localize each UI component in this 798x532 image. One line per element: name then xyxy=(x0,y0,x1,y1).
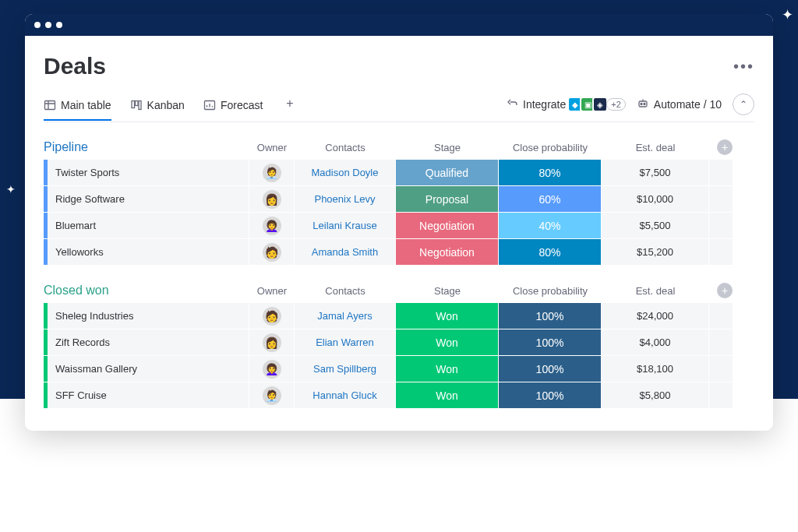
group-header: PipelineOwnerContactsStageClose probabil… xyxy=(44,139,754,155)
svg-point-12 xyxy=(644,103,645,104)
cell-probability[interactable]: 60% xyxy=(499,186,602,212)
cell-est-deal[interactable]: $18,100 xyxy=(602,356,709,382)
avatar: 🧑‍💼 xyxy=(263,164,281,182)
cell-stage[interactable]: Negotiation xyxy=(396,239,499,265)
cell-stage[interactable]: Won xyxy=(396,329,499,355)
column-header-deal[interactable]: Est. deal xyxy=(602,285,709,297)
automate-label: Automate / 10 xyxy=(654,98,722,111)
cell-probability[interactable]: 80% xyxy=(499,160,602,185)
cell-contact[interactable]: Hannah Gluck xyxy=(295,382,396,408)
cell-name[interactable]: Ridge Software xyxy=(44,186,249,212)
table-row[interactable]: SFF Cruise🧑‍💼Hannah GluckWon100%$5,800 xyxy=(44,382,754,409)
table-row[interactable]: Zift Records👩Elian WarrenWon100%$4,000 xyxy=(44,329,754,356)
tab-label: Forecast xyxy=(221,99,263,111)
cell-contact[interactable]: Sam Spillberg xyxy=(295,356,396,382)
cell-owner[interactable]: 🧑 xyxy=(249,303,295,329)
chart-icon xyxy=(203,99,216,111)
cell-end xyxy=(709,213,733,238)
avatar: 👩 xyxy=(263,190,281,209)
cell-contact[interactable]: Leilani Krause xyxy=(295,213,396,238)
cell-probability[interactable]: 100% xyxy=(499,356,602,382)
cell-owner[interactable]: 🧑‍💼 xyxy=(249,160,295,185)
cell-stage[interactable]: Won xyxy=(396,356,499,382)
chevron-up-icon: ⌃ xyxy=(740,99,747,110)
cell-name[interactable]: Bluemart xyxy=(44,213,249,238)
cell-stage[interactable]: Proposal xyxy=(396,186,499,212)
tab-forecast[interactable]: Forecast xyxy=(203,96,263,119)
tab-kanban[interactable]: Kanban xyxy=(130,96,185,119)
cell-probability[interactable]: 80% xyxy=(499,239,602,265)
more-menu-button[interactable]: ••• xyxy=(733,58,754,76)
toolbar: Main table Kanban Forecast + xyxy=(44,93,754,122)
cell-stage[interactable]: Negotiation xyxy=(396,213,499,238)
table-row[interactable]: Waissman Gallery👩‍🦱Sam SpillbergWon100%$… xyxy=(44,356,754,382)
cell-est-deal[interactable]: $24,000 xyxy=(602,303,709,329)
cell-name[interactable]: Zift Records xyxy=(44,329,249,355)
automate-button[interactable]: Automate / 10 xyxy=(637,97,722,112)
cell-est-deal[interactable]: $5,800 xyxy=(602,382,709,408)
column-header-stage[interactable]: Stage xyxy=(396,285,499,297)
column-header-probability[interactable]: Close probability xyxy=(499,285,602,297)
add-column-button[interactable]: + xyxy=(717,139,733,155)
cell-end xyxy=(709,239,733,265)
column-header-stage[interactable]: Stage xyxy=(396,142,499,153)
view-tabs: Main table Kanban Forecast + xyxy=(44,96,298,120)
group-header: Closed wonOwnerContactsStageClose probab… xyxy=(44,283,754,298)
cell-end xyxy=(709,356,733,382)
cell-end xyxy=(709,160,733,185)
cell-contact[interactable]: Elian Warren xyxy=(295,329,396,355)
cell-probability[interactable]: 100% xyxy=(499,329,602,355)
cell-name[interactable]: SFF Cruise xyxy=(44,382,249,408)
kanban-icon xyxy=(130,99,143,111)
table-row[interactable]: Sheleg Industries🧑Jamal AyersWon100%$24,… xyxy=(44,303,754,329)
tab-label: Kanban xyxy=(147,99,185,111)
cell-owner[interactable]: 👩 xyxy=(249,186,295,212)
group-title[interactable]: Pipeline xyxy=(44,140,249,154)
cell-est-deal[interactable]: $4,000 xyxy=(602,329,709,355)
table-row[interactable]: Yelloworks🧑Amanda SmithNegotiation80%$15… xyxy=(44,239,754,266)
cell-owner[interactable]: 🧑‍💼 xyxy=(249,382,295,408)
group: Closed wonOwnerContactsStageClose probab… xyxy=(44,283,754,409)
group-title[interactable]: Closed won xyxy=(44,284,249,298)
table-row[interactable]: Ridge Software👩Phoenix LevyProposal60%$1… xyxy=(44,186,754,213)
cell-est-deal[interactable]: $10,000 xyxy=(602,186,709,212)
add-column-button[interactable]: + xyxy=(717,283,733,298)
cell-stage[interactable]: Won xyxy=(396,382,499,408)
cell-contact[interactable]: Phoenix Levy xyxy=(295,186,396,212)
cell-contact[interactable]: Amanda Smith xyxy=(295,239,396,265)
page-title: Deals xyxy=(44,53,106,79)
table-row[interactable]: Twister Sports🧑‍💼Madison DoyleQualified8… xyxy=(44,160,754,186)
cell-owner[interactable]: 🧑 xyxy=(249,239,295,265)
cell-name[interactable]: Waissman Gallery xyxy=(44,356,249,382)
cell-probability[interactable]: 100% xyxy=(499,303,602,329)
cell-est-deal[interactable]: $15,200 xyxy=(602,239,709,265)
cell-owner[interactable]: 👩‍🦱 xyxy=(249,356,295,382)
cell-name[interactable]: Twister Sports xyxy=(44,160,249,185)
integration-extra-count: +2 xyxy=(606,98,626,111)
avatar: 🧑‍💼 xyxy=(263,386,281,405)
column-header-owner[interactable]: Owner xyxy=(249,285,295,297)
tab-main-table[interactable]: Main table xyxy=(44,96,111,121)
integrate-button[interactable]: Integrate ◆ ▣ ◈ +2 xyxy=(506,97,626,112)
cell-contact[interactable]: Jamal Ayers xyxy=(295,303,396,329)
cell-owner[interactable]: 👩 xyxy=(249,329,295,355)
cell-contact[interactable]: Madison Doyle xyxy=(295,160,396,185)
cell-owner[interactable]: 👩‍🦱 xyxy=(249,213,295,238)
cell-name[interactable]: Yelloworks xyxy=(44,239,249,265)
avatar: 🧑 xyxy=(263,307,281,326)
cell-probability[interactable]: 40% xyxy=(499,213,602,238)
cell-est-deal[interactable]: $5,500 xyxy=(602,213,709,238)
cell-est-deal[interactable]: $7,500 xyxy=(602,160,709,185)
add-view-button[interactable]: + xyxy=(281,97,298,118)
column-header-deal[interactable]: Est. deal xyxy=(602,142,709,153)
column-header-owner[interactable]: Owner xyxy=(249,142,295,153)
cell-stage[interactable]: Won xyxy=(396,303,499,329)
column-header-contacts[interactable]: Contacts xyxy=(295,142,396,153)
cell-stage[interactable]: Qualified xyxy=(396,160,499,185)
cell-probability[interactable]: 100% xyxy=(499,382,602,408)
column-header-contacts[interactable]: Contacts xyxy=(295,285,396,297)
table-row[interactable]: Bluemart👩‍🦱Leilani KrauseNegotiation40%$… xyxy=(44,213,754,239)
cell-name[interactable]: Sheleg Industries xyxy=(44,303,249,329)
column-header-probability[interactable]: Close probability xyxy=(499,142,602,153)
collapse-button[interactable]: ⌃ xyxy=(733,93,754,115)
